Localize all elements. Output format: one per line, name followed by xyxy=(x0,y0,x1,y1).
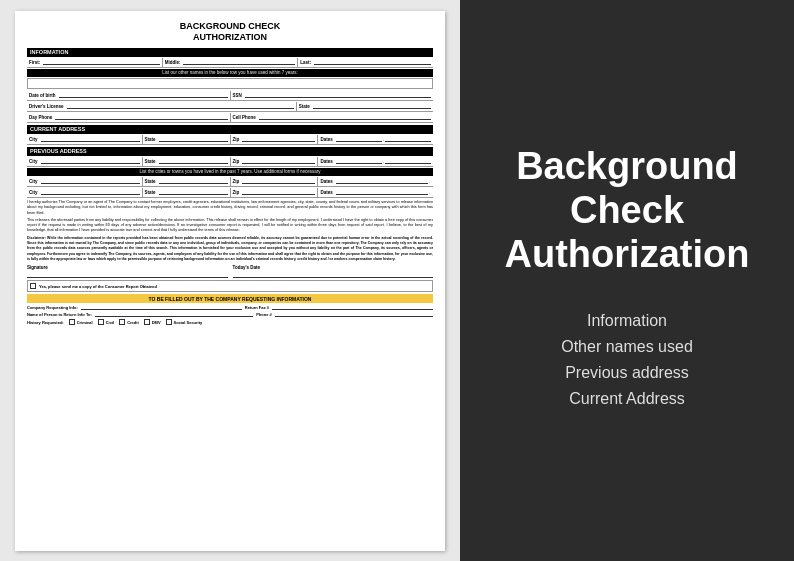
prev-dates: Dates - xyxy=(318,157,433,166)
copy-row: Yes, please send me a copy of the Consum… xyxy=(27,280,433,292)
prev-state: State xyxy=(143,157,231,166)
dates2: Dates - xyxy=(318,188,433,197)
company-row: Company Requesting Info: Return Fax # xyxy=(27,305,433,310)
middle-field: Middle: xyxy=(163,58,299,67)
day-phone-field: Day Phone xyxy=(27,113,231,122)
dates1: Dates - xyxy=(318,177,433,186)
current-dates: Dates - xyxy=(318,135,433,144)
zip2: Zip xyxy=(231,188,319,197)
right-title: Background Check Authorization xyxy=(505,145,750,276)
paragraph1: I hereby authorize The Company or an age… xyxy=(27,200,433,216)
history-dmv: DMV xyxy=(144,319,161,325)
other-names-note: List our other names in the below row yo… xyxy=(27,69,433,77)
dob-field: Date of birth xyxy=(27,91,231,100)
current-zip: Zip xyxy=(231,135,319,144)
last-field: Last: xyxy=(298,58,433,67)
todays-date-field: Today's Date xyxy=(233,265,434,278)
signature-row: Signature Today's Date xyxy=(27,265,433,278)
state1: State xyxy=(143,177,231,186)
previous-address-row: City State Zip Dates - xyxy=(27,157,433,167)
history-criminal: Criminal xyxy=(69,319,93,325)
document: BACKGROUND CHECK AUTHORIZATION INFORMATI… xyxy=(15,11,445,551)
ssn-field: SSN xyxy=(231,91,434,100)
feature-previous-address: Previous address xyxy=(561,364,693,382)
first-field: First: xyxy=(27,58,163,67)
doc-title: BACKGROUND CHECK AUTHORIZATION xyxy=(27,21,433,44)
prev-zip: Zip xyxy=(231,157,319,166)
cell-phone-field: Cell Phone xyxy=(231,113,434,122)
copy-text: Yes, please send me a copy of the Consum… xyxy=(39,284,157,289)
current-address-header: CURRENT ADDRESS xyxy=(27,125,433,134)
right-panel: Background Check Authorization Informati… xyxy=(460,0,794,561)
history-social-security: Social Security xyxy=(166,319,203,325)
history-civil: Civil xyxy=(98,319,114,325)
credit-checkbox[interactable] xyxy=(119,319,125,325)
current-state: State xyxy=(143,135,231,144)
civil-checkbox[interactable] xyxy=(98,319,104,325)
feature-current-address: Current Address xyxy=(561,390,693,408)
name-row: First: Middle: Last: xyxy=(27,58,433,68)
prev-city: City xyxy=(27,157,143,166)
signature-field: Signature xyxy=(27,265,228,278)
history-row: History Requested: Criminal Civil Credit… xyxy=(27,319,433,325)
feature-other-names: Other names used xyxy=(561,338,693,356)
feature-information: Information xyxy=(561,312,693,330)
current-address-row: City State Zip Dates - xyxy=(27,135,433,145)
social-security-checkbox[interactable] xyxy=(166,319,172,325)
history-credit: Credit xyxy=(119,319,139,325)
city-row-2: City State Zip Dates - xyxy=(27,188,433,198)
disclaimer: Disclaimer: While the information contai… xyxy=(27,236,433,263)
information-header: INFORMATION xyxy=(27,48,433,57)
zip1: Zip xyxy=(231,177,319,186)
city2: City xyxy=(27,188,143,197)
bottom-form: Company Requesting Info: Return Fax # Na… xyxy=(27,305,433,325)
phone-row: Day Phone Cell Phone xyxy=(27,113,433,123)
right-features: Information Other names used Previous ad… xyxy=(561,312,693,416)
current-city: City xyxy=(27,135,143,144)
dob-ssn-row: Date of birth SSN xyxy=(27,91,433,101)
criminal-checkbox[interactable] xyxy=(69,319,75,325)
fill-header: TO BE FILLED OUT BY THE COMPANY REQUESTI… xyxy=(27,294,433,303)
dmv-checkbox[interactable] xyxy=(144,319,150,325)
previous-address-header: PREVIOUS ADDRESS xyxy=(27,147,433,156)
city-row-1: City State Zip Dates - xyxy=(27,177,433,187)
copy-checkbox[interactable] xyxy=(30,283,36,289)
left-panel: BACKGROUND CHECK AUTHORIZATION INFORMATI… xyxy=(0,0,460,561)
cities-note: List the cities or towns you have lived … xyxy=(27,168,433,176)
license-field: Driver's License xyxy=(27,102,297,111)
state2: State xyxy=(143,188,231,197)
city1: City xyxy=(27,177,143,186)
license-row: Driver's License State xyxy=(27,102,433,112)
name-return-row: Name of Person to Return Info To: Phone … xyxy=(27,312,433,317)
paragraph2: This releases the aforesaid parties from… xyxy=(27,218,433,234)
names-row xyxy=(27,78,433,89)
state-field: State xyxy=(297,102,433,111)
